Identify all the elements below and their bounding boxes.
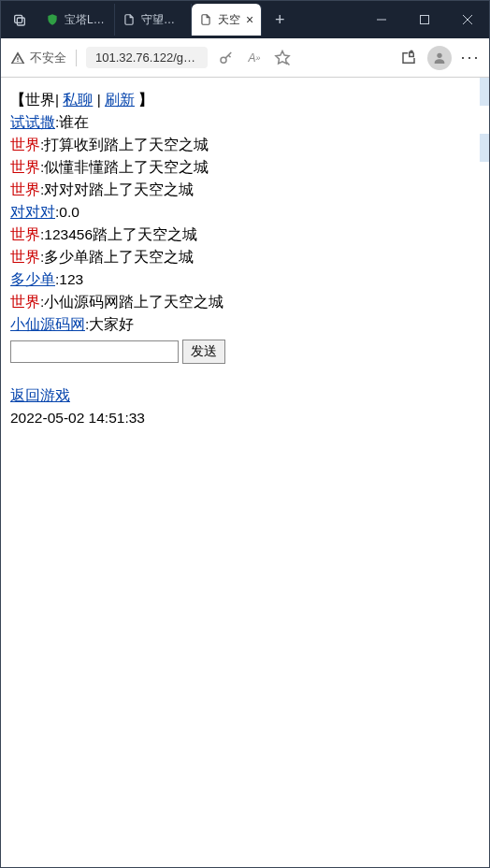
new-tab-button[interactable]: + [266,6,294,34]
world-prefix: 世界 [10,294,40,310]
chat-input[interactable] [10,340,179,363]
refresh-link[interactable]: 刷新 [105,92,135,108]
tab-shouwang[interactable]: 守望之城 [115,4,192,36]
tab-overview-button[interactable] [1,1,38,38]
user-icon [432,51,447,65]
shield-icon [46,13,59,26]
tab-label: 宝塔Linu [65,12,107,28]
back-to-game-link[interactable]: 返回游戏 [10,387,70,403]
svg-point-10 [437,52,441,57]
chat-text: 0.0 [59,204,79,220]
chat-line: 多少单:123 [10,268,470,291]
favorites-icon[interactable] [273,49,292,67]
maximize-button[interactable] [403,1,446,38]
chat-text: 大家好 [89,316,134,332]
chat-line: 世界:123456踏上了天空之城 [10,224,470,246]
divider [76,50,77,66]
profile-avatar[interactable] [427,46,452,70]
world-prefix: 世界 [10,181,40,197]
send-button[interactable]: 发送 [182,340,225,364]
close-tab-icon[interactable]: × [246,12,253,27]
user-link[interactable]: 多少单 [10,271,55,287]
tab-tiankong[interactable]: 天空 × [192,4,262,36]
chat-text: 对对对踏上了天空之城 [44,181,194,197]
svg-rect-1 [17,18,24,25]
insecure-badge[interactable]: 不安全 [10,50,66,66]
window-controls [360,1,489,38]
address-bar: 不安全 101.32.76.122/ga... A» ··· [1,38,489,78]
chat-header: 【世界| 私聊 | 刷新 】 [10,89,470,111]
page-icon [199,13,212,26]
chat-line: 对对对:0.0 [10,201,470,224]
svg-rect-3 [421,16,429,24]
world-prefix: 世界 [10,137,40,152]
tabs: 宝塔Linu 守望之城 天空 × + [38,1,360,38]
timestamp: 2022-05-02 14:51:33 [10,407,470,429]
key-icon[interactable] [217,49,236,67]
tab-label: 守望之城 [141,12,183,28]
chat-text: 多少单踏上了天空之城 [44,249,194,265]
chat-line: 世界:小仙源码网踏上了天空之城 [10,291,470,313]
world-prefix: 世界 [10,226,40,242]
chat-text: 打算收到踏上了天空之城 [44,137,209,152]
more-menu-button[interactable]: ··· [461,49,480,67]
input-row: 发送 [10,340,470,364]
page-content: 【世界| 私聊 | 刷新 】 试试撒:谁在 世界:打算收到踏上了天空之城 世界:… [1,78,480,867]
close-window-button[interactable] [446,1,489,38]
read-aloud-icon[interactable]: A» [245,49,264,67]
chat-text: 123 [59,271,83,287]
chat-line: 世界:对对对踏上了天空之城 [10,179,470,201]
chat-line: 世界:打算收到踏上了天空之城 [10,134,470,156]
url-display[interactable]: 101.32.76.122/ga... [86,47,208,68]
chat-line: 试试撒:谁在 [10,111,470,134]
chat-line: 世界:似懂非懂踏上了天空之城 [10,156,470,179]
sidebar-sliver [480,78,489,867]
chat-text: 似懂非懂踏上了天空之城 [44,159,209,175]
titlebar: 宝塔Linu 守望之城 天空 × + [1,1,489,38]
chat-text: 123456踏上了天空之城 [44,226,197,242]
world-label: 世界 [25,92,55,108]
user-link[interactable]: 试试撒 [10,114,55,130]
minimize-button[interactable] [360,1,403,38]
tab-label: 天空 [218,12,240,28]
warning-icon [10,51,25,65]
insecure-label: 不安全 [30,50,66,66]
svg-rect-0 [15,15,22,22]
world-prefix: 世界 [10,249,40,265]
user-link[interactable]: 对对对 [10,204,55,220]
chat-text: 小仙源码网踏上了天空之城 [44,294,223,310]
tab-baota[interactable]: 宝塔Linu [38,4,115,36]
chat-line: 小仙源码网:大家好 [10,313,470,336]
chat-line: 世界:多少单踏上了天空之城 [10,246,470,268]
user-link[interactable]: 小仙源码网 [10,316,85,332]
world-prefix: 世界 [10,159,40,175]
extensions-icon[interactable] [399,49,418,67]
page-icon [122,13,136,26]
chat-text: 谁在 [59,114,89,130]
private-chat-link[interactable]: 私聊 [63,92,93,108]
